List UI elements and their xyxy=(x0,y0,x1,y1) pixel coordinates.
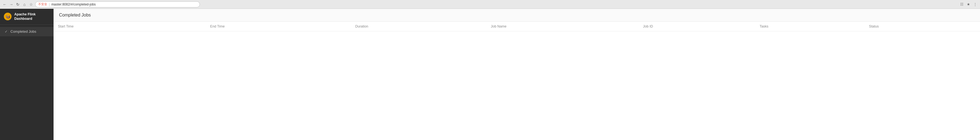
browser-chrome: ← → ↻ ⌂ ☆ 不安全 | master:8082/#/completed-… xyxy=(0,0,980,9)
browser-action-buttons: ☷ ★ ⋮ xyxy=(959,2,978,7)
sidebar-item-label: Completed Jobs xyxy=(10,29,36,34)
col-job-name: Job Name xyxy=(486,22,638,31)
home-button[interactable]: ⌂ xyxy=(22,2,27,7)
security-warning: 不安全 xyxy=(38,2,47,6)
col-end-time: End Time xyxy=(206,22,351,31)
sidebar-logo: 🦦 xyxy=(4,13,11,20)
menu-button[interactable]: ⋮ xyxy=(972,2,978,7)
star-button[interactable]: ★ xyxy=(966,2,971,7)
col-start-time: Start Time xyxy=(54,22,206,31)
page-header: Completed Jobs xyxy=(54,9,980,22)
sidebar-title: Apache Flink Dashboard xyxy=(14,12,50,21)
app-container: 🦦 Apache Flink Dashboard ✓ Completed Job… xyxy=(0,9,980,140)
completed-jobs-icon: ✓ xyxy=(4,29,8,34)
jobs-table: Start Time End Time Duration Job Name Jo… xyxy=(54,22,980,31)
col-status: Status xyxy=(865,22,980,31)
back-button[interactable]: ← xyxy=(2,2,7,7)
sidebar-nav: ✓ Completed Jobs xyxy=(0,25,54,39)
col-tasks: Tasks xyxy=(755,22,864,31)
sidebar: 🦦 Apache Flink Dashboard ✓ Completed Job… xyxy=(0,9,54,140)
url-text: master:8082/#/completed-jobs xyxy=(51,2,95,6)
logo-icon: 🦦 xyxy=(5,14,10,19)
table-container: Start Time End Time Duration Job Name Jo… xyxy=(54,22,980,140)
forward-button[interactable]: → xyxy=(9,2,14,7)
col-job-id: Job ID xyxy=(639,22,756,31)
sidebar-item-completed-jobs[interactable]: ✓ Completed Jobs xyxy=(0,27,54,36)
url-separator: | xyxy=(49,2,50,6)
bookmark-button[interactable]: ☆ xyxy=(29,2,33,7)
address-bar[interactable]: 不安全 | master:8082/#/completed-jobs xyxy=(35,2,200,7)
sidebar-header: 🦦 Apache Flink Dashboard xyxy=(0,9,54,25)
table-header-row: Start Time End Time Duration Job Name Jo… xyxy=(54,22,980,31)
main-content: Completed Jobs Start Time End Time Durat… xyxy=(54,9,980,140)
extensions-button[interactable]: ☷ xyxy=(959,2,965,7)
reload-button[interactable]: ↻ xyxy=(15,2,20,7)
col-duration: Duration xyxy=(351,22,487,31)
page-title: Completed Jobs xyxy=(59,13,975,18)
